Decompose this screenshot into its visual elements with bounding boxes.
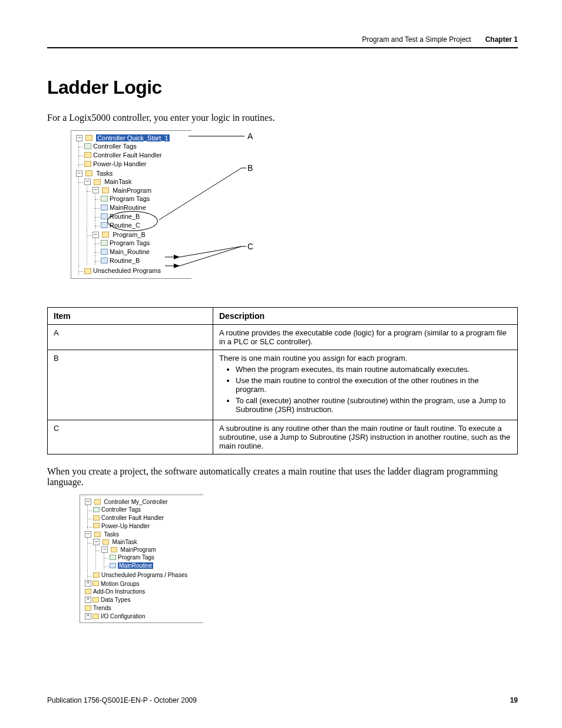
- routine-icon: [101, 258, 108, 263]
- expand-icon: +: [85, 597, 91, 603]
- folder-icon: [93, 515, 100, 521]
- intro-text: For a Logix5000 controller, you enter yo…: [47, 113, 518, 123]
- tree-item: Power-Up Handler: [101, 522, 150, 529]
- collapse-icon: –: [92, 187, 99, 193]
- tree-item: Program Tags: [110, 239, 150, 246]
- tree-item: Controller Fault Handler: [93, 151, 162, 159]
- tag-icon: [110, 555, 116, 560]
- tree-item: MainTask: [113, 539, 137, 545]
- section-title: Ladder Logic: [47, 77, 518, 98]
- collapse-icon: –: [76, 170, 82, 177]
- tree-item: Routine_B: [110, 213, 140, 220]
- tag-icon: [101, 240, 108, 246]
- cell-item: A: [48, 325, 213, 350]
- tree-item: Routine_B: [110, 257, 140, 264]
- tree-item: MainProgram: [121, 546, 156, 553]
- tree-item: Controller Tags: [101, 506, 141, 513]
- figure-2: – Controller My_Controller Controller Ta…: [80, 495, 518, 623]
- cell-desc: There is one main routine you assign for…: [213, 350, 518, 420]
- tree-item: MainRoutine: [110, 204, 146, 211]
- collapse-icon: –: [92, 232, 99, 238]
- collapse-icon: –: [101, 546, 108, 553]
- page-number: 19: [510, 696, 518, 704]
- collapse-icon: –: [76, 135, 82, 141]
- tree-item: Controller Fault Handler: [101, 515, 164, 521]
- tree-item: Main_Routine: [110, 248, 150, 255]
- task-icon: [103, 539, 109, 545]
- callout-a: A: [247, 131, 253, 141]
- bullet: When the program executes, its main rout…: [236, 365, 511, 374]
- tree-item: Unscheduled Programs / Phases: [101, 572, 187, 578]
- th-item: Item: [48, 308, 213, 325]
- cell-item: C: [48, 420, 213, 454]
- collapse-icon: –: [93, 539, 100, 545]
- tree-item: Data Types: [101, 597, 130, 603]
- tree-panel-2: – Controller My_Controller Controller Ta…: [80, 495, 203, 623]
- tree-item: Add-On Instructions: [93, 588, 145, 595]
- routine-icon: [101, 222, 108, 228]
- tag-icon: [93, 507, 100, 512]
- tree-item: Unscheduled Programs: [93, 268, 161, 275]
- bullet: To call (execute) another routine (subro…: [236, 396, 511, 414]
- expand-icon: +: [85, 580, 91, 587]
- tree-item: Power-Up Handler: [93, 160, 146, 167]
- folder-icon: [92, 614, 99, 619]
- page-footer: Publication 1756-QS001E-EN-P - October 2…: [47, 696, 518, 704]
- program-icon: [102, 232, 109, 238]
- cell-desc: A subroutine is any routine other than t…: [213, 420, 518, 454]
- tag-icon: [84, 143, 91, 149]
- callout-c: C: [247, 242, 253, 251]
- folder-icon: [84, 161, 91, 167]
- figure-1: – Controller Quick_Start_1 Controller Ta…: [71, 130, 518, 284]
- folder-icon: [85, 589, 91, 594]
- callout-b: B: [247, 163, 253, 173]
- tree-item: Trends: [93, 605, 111, 611]
- routine-icon: [101, 205, 108, 210]
- tree-item: Program Tags: [118, 554, 154, 561]
- tree-item: I/O Configuration: [101, 613, 146, 620]
- table-row: B There is one main routine you assign f…: [48, 350, 518, 420]
- folder-icon: [85, 605, 91, 611]
- tree-root: Controller Quick_Start_1: [96, 134, 169, 141]
- tree-item: Motion Groups: [101, 580, 140, 587]
- folder-icon: [94, 532, 101, 537]
- folder-icon: [92, 581, 99, 586]
- table-row: A A routine provides the executable code…: [48, 325, 518, 350]
- tree-item: Program_B: [113, 231, 146, 238]
- program-icon: [102, 187, 109, 193]
- tree-item: Routine_C: [110, 222, 140, 229]
- collapse-icon: –: [85, 531, 91, 538]
- tag-icon: [101, 196, 108, 202]
- routine-icon: [101, 213, 108, 219]
- folder-icon: [84, 268, 91, 274]
- folder-icon: [94, 499, 101, 505]
- expand-icon: +: [85, 613, 91, 620]
- tree-item: Tasks: [96, 170, 113, 177]
- body-paragraph: When you create a project, the software …: [47, 466, 518, 487]
- chapter-label: Chapter 1: [485, 35, 518, 44]
- row-b-intro: There is one main routine you assign for…: [219, 354, 407, 363]
- routine-icon: [110, 563, 116, 568]
- tree-root: Controller My_Controller: [104, 499, 168, 505]
- tree-item: Tasks: [104, 531, 120, 538]
- collapse-icon: –: [85, 499, 91, 505]
- tree-item: Controller Tags: [93, 143, 137, 150]
- folder-icon: [85, 170, 92, 176]
- tree-item: MainProgram: [113, 187, 151, 194]
- folder-icon: [84, 152, 91, 158]
- description-table: Item Description A A routine provides th…: [47, 307, 518, 454]
- bullet: Use the main routine to control the exec…: [236, 376, 511, 394]
- program-icon: [111, 547, 117, 552]
- tree-panel-1: – Controller Quick_Start_1 Controller Ta…: [71, 130, 191, 279]
- folder-icon: [85, 135, 92, 141]
- tree-item: Program Tags: [110, 195, 150, 202]
- th-desc: Description: [213, 308, 518, 325]
- folder-icon: [92, 597, 99, 602]
- folder-icon: [93, 572, 100, 578]
- breadcrumb: Program and Test a Simple Project: [362, 35, 471, 44]
- collapse-icon: –: [84, 179, 91, 185]
- tree-item: MainTask: [104, 179, 131, 186]
- publication-id: Publication 1756-QS001E-EN-P - October 2…: [47, 696, 197, 704]
- header-rule: [47, 47, 518, 48]
- tree-item-selected: MainRoutine: [118, 562, 153, 569]
